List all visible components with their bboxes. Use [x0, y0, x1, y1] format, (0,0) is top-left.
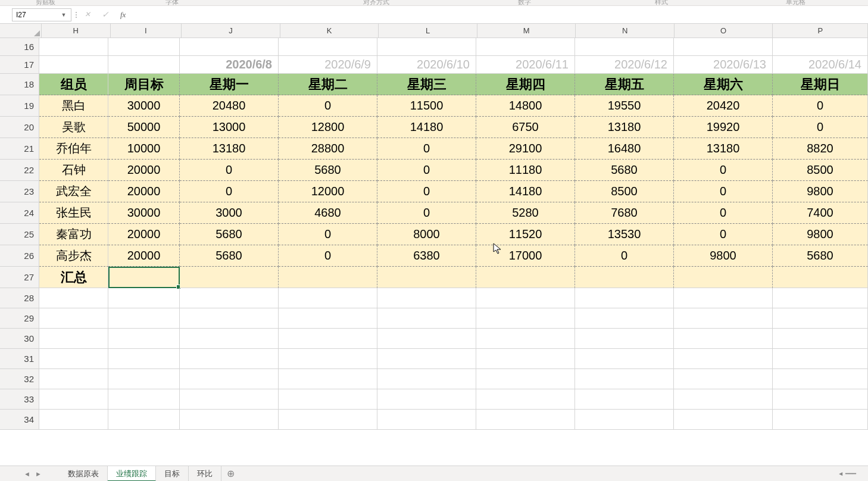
cell[interactable]: 50000	[108, 117, 180, 138]
sheet-tab[interactable]: 目标	[156, 466, 189, 482]
cell[interactable]	[674, 369, 773, 389]
cell[interactable]	[674, 38, 773, 56]
cell[interactable]: 张生民	[39, 202, 108, 224]
cell[interactable]: 9800	[773, 224, 868, 245]
cell[interactable]	[180, 349, 279, 369]
cell[interactable]	[674, 267, 773, 288]
cell[interactable]	[279, 410, 377, 430]
cell[interactable]	[39, 329, 108, 349]
tab-scroll-indicator[interactable]: ◄ ━━━	[838, 470, 856, 477]
cell[interactable]: 13180	[575, 117, 674, 138]
cell[interactable]: 4680	[279, 202, 377, 224]
row-header[interactable]: 19	[0, 95, 39, 117]
cell[interactable]	[674, 288, 773, 308]
cell[interactable]	[575, 410, 674, 430]
cell[interactable]	[476, 308, 575, 329]
cell[interactable]	[180, 38, 279, 56]
cell[interactable]	[108, 329, 180, 349]
cell[interactable]: 13180	[674, 138, 773, 160]
cell[interactable]	[377, 267, 476, 288]
column-header[interactable]: N	[576, 24, 675, 38]
cell[interactable]	[108, 349, 180, 369]
cell[interactable]: 11520	[476, 224, 575, 245]
cells-area[interactable]: 2020/6/82020/6/92020/6/102020/6/112020/6…	[39, 38, 868, 430]
cell[interactable]	[377, 389, 476, 410]
row-header[interactable]: 28	[0, 288, 39, 308]
cell[interactable]: 30000	[108, 95, 180, 117]
cell[interactable]: 0	[377, 181, 476, 202]
cell[interactable]	[279, 38, 377, 56]
cell[interactable]	[674, 410, 773, 430]
cell[interactable]: 6750	[476, 117, 575, 138]
cell[interactable]: 2020/6/11	[476, 56, 575, 74]
cell[interactable]: 星期五	[575, 74, 674, 95]
cell[interactable]: 14800	[476, 95, 575, 117]
cell[interactable]: 17000	[476, 245, 575, 267]
cell[interactable]	[108, 267, 180, 288]
cell[interactable]: 19550	[575, 95, 674, 117]
cell[interactable]	[575, 267, 674, 288]
row-header[interactable]: 30	[0, 329, 39, 349]
row-header[interactable]: 27	[0, 267, 39, 288]
row-header[interactable]: 16	[0, 38, 39, 56]
cell[interactable]	[476, 389, 575, 410]
cell[interactable]: 20420	[674, 95, 773, 117]
cell[interactable]	[674, 349, 773, 369]
cell[interactable]: 0	[377, 138, 476, 160]
column-header[interactable]: I	[111, 24, 182, 38]
cell[interactable]	[39, 56, 108, 74]
cell[interactable]: 9800	[674, 245, 773, 267]
cell[interactable]: 2020/6/8	[180, 56, 279, 74]
cell[interactable]: 14180	[377, 117, 476, 138]
cell[interactable]: 5680	[180, 224, 279, 245]
tab-nav-arrows[interactable]: ◄ ►	[24, 470, 60, 477]
cell[interactable]	[108, 308, 180, 329]
add-sheet-button[interactable]: ⊕	[221, 468, 239, 479]
cell[interactable]	[39, 389, 108, 410]
cell[interactable]: 8500	[575, 181, 674, 202]
cell[interactable]	[377, 329, 476, 349]
cell[interactable]: 12000	[279, 181, 377, 202]
cell[interactable]	[180, 329, 279, 349]
cell[interactable]: 星期一	[180, 74, 279, 95]
cell[interactable]	[279, 349, 377, 369]
cell[interactable]: 石钟	[39, 160, 108, 181]
cell[interactable]	[575, 389, 674, 410]
cell[interactable]: 0	[674, 160, 773, 181]
column-header[interactable]: M	[477, 24, 576, 38]
cell[interactable]: 5680	[575, 160, 674, 181]
cell[interactable]	[39, 410, 108, 430]
cell[interactable]: 乔伯年	[39, 138, 108, 160]
cell[interactable]	[773, 308, 868, 329]
row-header[interactable]: 31	[0, 349, 39, 369]
cell[interactable]	[180, 308, 279, 329]
cell[interactable]	[377, 369, 476, 389]
cell[interactable]: 周目标	[108, 74, 180, 95]
cell[interactable]	[575, 329, 674, 349]
cell[interactable]: 0	[279, 245, 377, 267]
cell[interactable]	[377, 38, 476, 56]
cell[interactable]	[108, 56, 180, 74]
cell[interactable]	[180, 288, 279, 308]
cell[interactable]: 组员	[39, 74, 108, 95]
column-header[interactable]: J	[182, 24, 280, 38]
cell[interactable]	[180, 267, 279, 288]
cell[interactable]	[279, 329, 377, 349]
cell[interactable]	[476, 267, 575, 288]
cell[interactable]	[377, 288, 476, 308]
cell[interactable]	[279, 389, 377, 410]
cell[interactable]: 0	[674, 224, 773, 245]
cell[interactable]: 20000	[108, 224, 180, 245]
cell[interactable]	[476, 349, 575, 369]
cell[interactable]	[279, 308, 377, 329]
cell[interactable]: 0	[377, 160, 476, 181]
cell[interactable]: 10000	[108, 138, 180, 160]
cell[interactable]: 黑白	[39, 95, 108, 117]
cell[interactable]: 吴歌	[39, 117, 108, 138]
cell[interactable]: 3000	[180, 202, 279, 224]
cell[interactable]: 5680	[279, 160, 377, 181]
cell[interactable]	[180, 410, 279, 430]
cell[interactable]: 汇总	[39, 267, 108, 288]
column-header[interactable]: P	[773, 24, 868, 38]
cell[interactable]: 0	[773, 117, 868, 138]
